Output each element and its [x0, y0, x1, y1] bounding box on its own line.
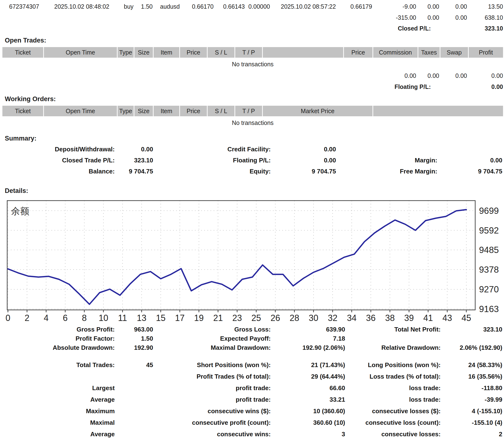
stat-label: Absolute Drawdown:: [24, 344, 115, 351]
stat-value: 639.90: [276, 326, 345, 333]
stat-label: Loss trades (% of total):: [350, 373, 441, 380]
x-tick-label: 25: [252, 313, 261, 323]
y-tick-label: 9485: [479, 245, 499, 255]
x-tick-label: 10: [99, 313, 108, 323]
x-tick-label: 41: [423, 313, 433, 323]
stat-label: Largest: [24, 384, 115, 392]
stat-label: Profit Factor:: [24, 335, 115, 342]
stat-label: Average: [24, 430, 115, 438]
y-tick-label: 9592: [479, 226, 499, 235]
statement-report-page: 672374307 2025.10.02 08:48:02 buy 1.50 a…: [0, 0, 504, 443]
stat-value: -118.80: [444, 384, 502, 392]
chart-title: 余额: [11, 206, 29, 216]
stat-label: Gross Profit:: [24, 326, 115, 333]
x-tick-label: 21: [213, 313, 223, 323]
stat-label: Total Net Profit:: [350, 326, 441, 333]
stat-value: 323.10: [444, 326, 502, 333]
stat-label: consecutive profit (count):: [134, 419, 271, 426]
x-tick-label: 38: [385, 313, 395, 323]
chart-frame: [7, 201, 475, 310]
x-tick-label: 2: [25, 313, 30, 323]
stat-label: Long Positions (won %):: [350, 361, 441, 368]
stat-label: consecutive wins ($):: [134, 407, 271, 415]
balance-chart: 0246810111315171921232526283032343638394…: [0, 0, 504, 327]
stat-label: Short Positions (won %):: [134, 361, 271, 368]
x-tick-label: 6: [63, 313, 68, 323]
x-tick-label: 34: [347, 313, 356, 323]
y-tick-label: 9163: [479, 304, 499, 314]
x-tick-label: 11: [118, 313, 127, 323]
x-tick-label: 28: [290, 313, 299, 323]
x-tick-label: 23: [232, 313, 242, 323]
stat-label: Gross Loss:: [134, 326, 271, 333]
stat-value: -155.10 (4): [444, 419, 502, 426]
stat-label: Maximal: [24, 419, 115, 426]
stat-value: 4 (-155.10): [444, 407, 502, 415]
x-tick-label: 39: [404, 313, 414, 323]
y-tick-label: 9378: [479, 265, 499, 275]
stat-value: 360.60 (10): [276, 419, 345, 426]
stat-label: consecutive losses ($):: [350, 407, 441, 415]
stat-label: Expected Payoff:: [134, 335, 271, 342]
stat-value: 7.18: [276, 335, 345, 342]
x-tick-label: 43: [442, 313, 452, 323]
x-tick-label: 4: [44, 313, 49, 323]
stat-label: consecutive wins:: [134, 430, 271, 438]
stat-label: loss trade:: [350, 396, 441, 403]
x-tick-label: 26: [270, 313, 280, 323]
x-tick-label: 19: [194, 313, 204, 323]
stat-label: Total Trades:: [24, 361, 115, 368]
stat-label: Average: [24, 396, 115, 403]
x-tick-label: 15: [156, 313, 166, 323]
x-tick-label: 8: [82, 313, 87, 323]
stat-label: consecutive loss (count):: [350, 419, 441, 426]
stat-value: 24 (58.33%): [444, 361, 502, 368]
stat-label: profit trade:: [134, 396, 271, 403]
x-tick-label: 0: [5, 313, 10, 323]
stat-value: 21 (71.43%): [276, 361, 345, 368]
stat-label: Relative Drawdown:: [350, 344, 441, 351]
stat-value: -39.99: [444, 396, 502, 403]
stat-label: consecutive losses:: [350, 430, 441, 438]
stat-label: Maximal Drawdown:: [134, 344, 271, 351]
x-tick-label: 13: [137, 313, 146, 323]
stat-value: 29 (64.44%): [276, 373, 345, 380]
stat-value: 10 (360.60): [276, 407, 345, 415]
stat-label: profit trade:: [134, 384, 271, 392]
stat-value: 66.60: [276, 384, 345, 392]
stat-label: Profit Trades (% of total):: [134, 373, 271, 380]
x-tick-label: 45: [462, 313, 471, 323]
stat-value: 2: [444, 430, 502, 438]
stat-value: 2.06% (192.90): [444, 344, 502, 351]
stat-value: 3: [276, 430, 345, 438]
x-tick-label: 32: [328, 313, 338, 323]
x-tick-label: 36: [366, 313, 376, 323]
x-tick-label: 30: [309, 313, 318, 323]
stat-label: loss trade:: [350, 384, 441, 392]
x-tick-label: 17: [175, 313, 184, 323]
stat-value: 192.90 (2.06%): [276, 344, 345, 351]
y-tick-label: 9270: [479, 285, 499, 294]
y-tick-label: 9699: [479, 206, 499, 216]
stat-value: 33.21: [276, 396, 345, 403]
stat-value: 16 (35.56%): [444, 373, 502, 380]
stat-label: Maximum: [24, 407, 115, 415]
